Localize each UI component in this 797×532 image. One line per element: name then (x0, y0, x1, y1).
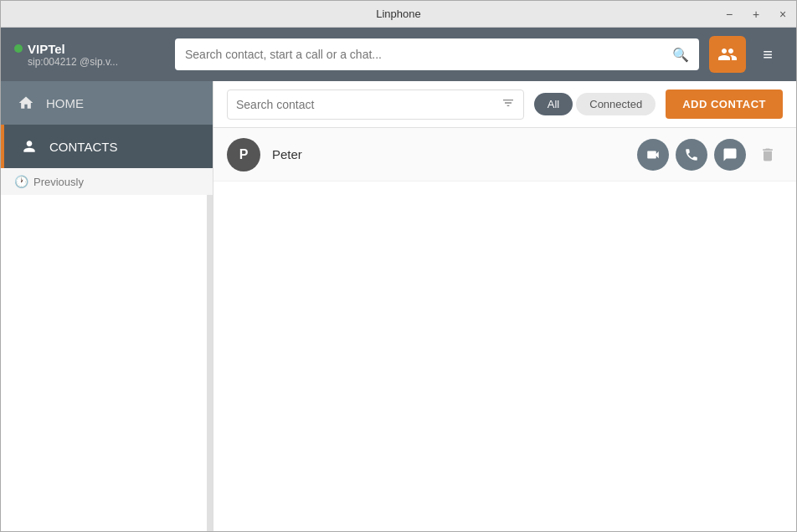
username-label: VIPTel (28, 42, 65, 56)
phone-icon (684, 147, 699, 162)
contact-search-bar[interactable] (227, 90, 524, 120)
maximize-button[interactable]: + (743, 1, 769, 28)
previously-label: Previously (33, 176, 84, 188)
table-row: P Peter (213, 128, 796, 182)
sidebar-contacts-label: CONTACTS (49, 140, 117, 154)
user-info: VIPTel sip:004212 @sip.v... (14, 42, 165, 68)
chat-button[interactable] (714, 139, 746, 171)
avatar: P (227, 138, 260, 171)
phone-call-button[interactable] (676, 139, 707, 171)
global-search-input[interactable] (185, 48, 666, 61)
sidebar-rest (1, 195, 213, 531)
menu-button[interactable]: ≡ (753, 39, 783, 69)
home-svg-icon (18, 95, 34, 111)
sip-address: sip:004212 @sip.v... (28, 56, 165, 68)
global-search-bar[interactable]: 🔍 (175, 38, 699, 70)
contact-list: P Peter (213, 128, 796, 531)
contacts-group-icon (717, 44, 738, 64)
add-contact-button[interactable]: ADD CONTACT (666, 90, 783, 119)
sidebar: HOME CONTACTS 🕐 Previously (1, 81, 213, 531)
sidebar-previously-section[interactable]: 🕐 Previously (1, 168, 213, 195)
window-controls: − + × (716, 1, 796, 28)
video-icon (645, 147, 661, 162)
filter-connected-button[interactable]: Connected (576, 93, 656, 115)
contacts-icon (21, 138, 38, 155)
clock-icon: 🕐 (14, 175, 28, 188)
titlebar: Linphone − + × (1, 1, 796, 28)
sidebar-scrollbar[interactable] (207, 195, 212, 531)
filter-all-button[interactable]: All (534, 93, 573, 115)
contact-search-input[interactable] (236, 98, 495, 111)
contacts-svg-icon (21, 138, 38, 155)
chat-icon (722, 147, 738, 162)
home-icon (18, 95, 34, 111)
status-indicator (14, 44, 23, 53)
contacts-icon-button[interactable] (709, 36, 746, 73)
filter-icon (501, 96, 515, 113)
filter-svg-icon (501, 96, 515, 110)
sidebar-item-home[interactable]: HOME (1, 81, 213, 125)
topbar-actions: ≡ (709, 36, 783, 73)
topbar: VIPTel sip:004212 @sip.v... 🔍 ≡ (1, 28, 796, 81)
video-call-button[interactable] (637, 139, 669, 171)
delete-contact-button[interactable] (753, 140, 783, 170)
global-search-icon: 🔍 (672, 47, 689, 63)
contact-actions (637, 139, 746, 171)
contacts-toolbar: All Connected ADD CONTACT (213, 81, 796, 128)
minimize-button[interactable]: − (716, 1, 743, 28)
app-title: Linphone (376, 8, 421, 20)
app-window: Linphone − + × VIPTel sip:004212 @sip.v.… (0, 0, 797, 532)
close-button[interactable]: × (769, 1, 796, 28)
trash-icon (759, 146, 776, 163)
user-name-display: VIPTel (14, 42, 165, 56)
sidebar-item-contacts[interactable]: CONTACTS (1, 125, 213, 168)
sidebar-home-label: HOME (46, 96, 84, 110)
filter-buttons: All Connected (534, 93, 656, 115)
contact-name: Peter (272, 147, 637, 161)
main-area: HOME CONTACTS 🕐 Previously (1, 81, 796, 531)
contacts-content: All Connected ADD CONTACT P Peter (213, 81, 796, 531)
